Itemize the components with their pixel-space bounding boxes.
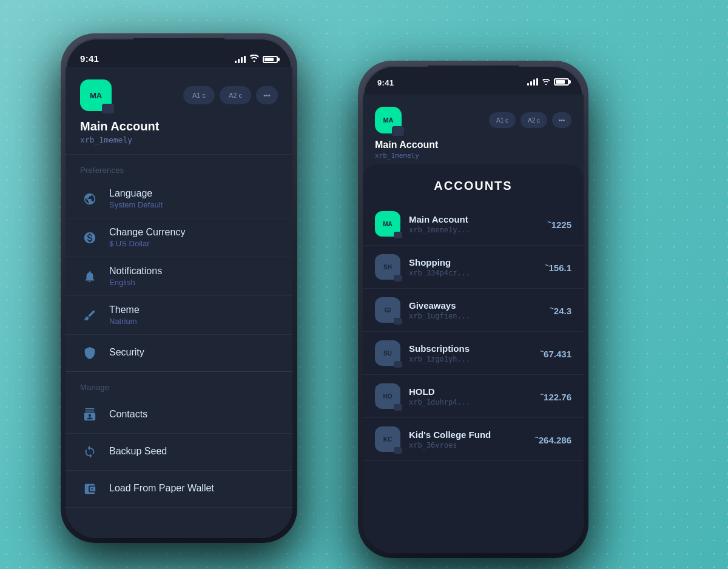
contacts-title: Contacts — [109, 409, 278, 420]
avatar-shopping-initials: SH — [383, 264, 392, 271]
chip-a2-label: A2 c — [229, 92, 242, 99]
phone2-chip-a1[interactable]: A1 c — [489, 112, 516, 128]
preferences-label: Preferences — [66, 155, 292, 180]
avatar-giveaways: GI — [375, 297, 400, 323]
wallet-icon[interactable]: MA — [80, 79, 112, 111]
notifications-title: Notifications — [109, 266, 278, 277]
phone2: 9:41 MA — [363, 66, 584, 553]
account-info-main: Main Account xrb_1meme1y... — [409, 214, 539, 234]
account-row-giveaways[interactable]: GI Giveaways xrb_1ugfien... ~24.3 — [363, 289, 584, 332]
currency-subtitle: $ US Dollar — [109, 239, 278, 248]
language-title: Language — [109, 188, 278, 199]
account-row-shopping[interactable]: SH Shopping xrb_334p4cz... ~156.1 — [363, 246, 584, 289]
account-info-shopping: Shopping xrb_334p4cz... — [409, 257, 536, 277]
phone2-chip-a2[interactable]: A2 c — [521, 112, 547, 128]
backup-title: Backup Seed — [109, 446, 278, 457]
phone1-wifi-icon — [249, 55, 259, 64]
theme-subtitle: Natrium — [109, 317, 278, 326]
phone2-wallet-icon[interactable]: MA — [375, 107, 402, 133]
avatar-giveaways-initials: GI — [385, 307, 391, 314]
account-row-hold[interactable]: HO HOLD xrb_1duhrp4... ~122.76 — [363, 375, 584, 418]
accounts-panel: ACCOUNTS MA Main Account xrb_1meme1y... … — [363, 164, 584, 553]
currency-title: Change Currency — [109, 227, 278, 238]
chip-more-label: ••• — [263, 92, 271, 99]
notifications-subtitle: English — [109, 278, 278, 287]
contacts-icon — [80, 405, 99, 425]
contacts-text: Contacts — [109, 409, 278, 421]
menu-item-contacts[interactable]: Contacts — [66, 397, 292, 434]
account-name-subscriptions: Subscriptions — [409, 343, 531, 354]
chip-a1[interactable]: A1 c — [183, 86, 215, 104]
phone2-wallet-icon-text: MA — [383, 116, 393, 124]
account-name-kidscollege: Kid's College Fund — [409, 429, 526, 440]
account-addr-kidscollege: xrb_36vroes — [409, 441, 526, 449]
phone2-chip-a2-label: A2 c — [528, 117, 540, 124]
balance-kidscollege: ~264.286 — [534, 434, 571, 445]
p2-signal-bar-2 — [530, 81, 532, 86]
phone2-battery-fill — [556, 80, 565, 84]
avatar-main-initials: MA — [383, 221, 393, 227]
paperwallet-icon — [80, 479, 99, 499]
signal-bar-1 — [235, 61, 237, 63]
balance-main: ~1225 — [547, 218, 571, 230]
account-name-giveaways: Giveaways — [409, 300, 541, 311]
menu-item-theme[interactable]: Theme Natrium — [66, 296, 292, 335]
account-name-hold: HOLD — [409, 386, 531, 397]
account-name-main: Main Account — [409, 214, 539, 224]
account-info-subscriptions: Subscriptions xrb_1zgo1yh... — [409, 343, 531, 363]
wallet-address: xrb_1memely — [80, 135, 278, 144]
phone2-wallet-top: MA A1 c A2 c ••• — [375, 107, 571, 133]
phone1-notch — [133, 38, 224, 55]
chip-a2[interactable]: A2 c — [220, 86, 251, 104]
phone2-status-icons — [527, 76, 569, 87]
account-row-subscriptions[interactable]: SU Subscriptions xrb_1zgo1yh... ~67.431 — [363, 332, 584, 375]
balance-subscriptions: ~67.431 — [540, 348, 571, 359]
paperwallet-text: Load From Paper Wallet — [109, 483, 278, 495]
account-row-main[interactable]: MA Main Account xrb_1meme1y... ~1225 — [363, 203, 584, 246]
menu-item-language[interactable]: Language System Default — [66, 180, 292, 218]
phone1-status-icons — [235, 55, 278, 64]
phone1-battery — [263, 56, 278, 63]
signal-bar-3 — [241, 57, 243, 63]
phone2-chip-more-label: ••• — [559, 117, 565, 124]
chip-more[interactable]: ••• — [256, 86, 278, 104]
paint-icon — [80, 306, 99, 325]
menu-item-currency[interactable]: Change Currency $ US Dollar — [66, 218, 292, 257]
notifications-text: Notifications English — [109, 266, 278, 287]
theme-title: Theme — [109, 305, 278, 315]
theme-text: Theme Natrium — [109, 305, 278, 326]
avatar-subscriptions: SU — [375, 340, 400, 366]
account-addr-main: xrb_1meme1y... — [409, 226, 539, 234]
phone2-signal — [527, 78, 538, 86]
avatar-subscriptions-initials: SU — [383, 350, 392, 357]
phone2-wallet-name: Main Account — [375, 140, 571, 150]
menu-item-security[interactable]: Security — [66, 335, 292, 372]
phone2-wallet-addr: xrb_1memely — [375, 152, 571, 160]
globe-icon — [80, 189, 99, 209]
phone1-time: 9:41 — [80, 53, 99, 64]
phone1: 9:41 MA — [66, 38, 292, 538]
account-row-kidscollege[interactable]: KC Kid's College Fund xrb_36vroes ~264.2… — [363, 418, 584, 461]
chip-a1-label: A1 c — [192, 92, 206, 99]
language-subtitle: System Default — [109, 200, 278, 209]
wallet-header: MA A1 c A2 c ••• Main Account xrb_1memel… — [66, 67, 292, 155]
account-info-hold: HOLD xrb_1duhrp4... — [409, 386, 531, 406]
currency-text: Change Currency $ US Dollar — [109, 227, 278, 248]
menu-item-paperwallet[interactable]: Load From Paper Wallet — [66, 471, 292, 508]
avatar-kidscollege-initials: KC — [383, 436, 392, 443]
shield-icon — [80, 343, 99, 363]
phone2-wifi-icon — [542, 76, 550, 87]
phone2-chip-more[interactable]: ••• — [552, 112, 571, 128]
coins-icon — [80, 228, 99, 247]
menu-item-notifications[interactable]: Notifications English — [66, 257, 292, 296]
avatar-hold-initials: HO — [383, 393, 393, 400]
wallet-name: Main Account — [80, 120, 278, 133]
phone2-battery — [554, 78, 569, 86]
avatar-main: MA — [375, 211, 400, 237]
phone2-chip-a1-label: A1 c — [496, 117, 508, 124]
wallet-top: MA A1 c A2 c ••• — [80, 79, 278, 111]
phone1-signal — [235, 56, 246, 63]
menu-item-backup[interactable]: Backup Seed — [66, 434, 292, 471]
avatar-kidscollege: KC — [375, 426, 400, 452]
phone2-time: 9:41 — [377, 78, 394, 87]
